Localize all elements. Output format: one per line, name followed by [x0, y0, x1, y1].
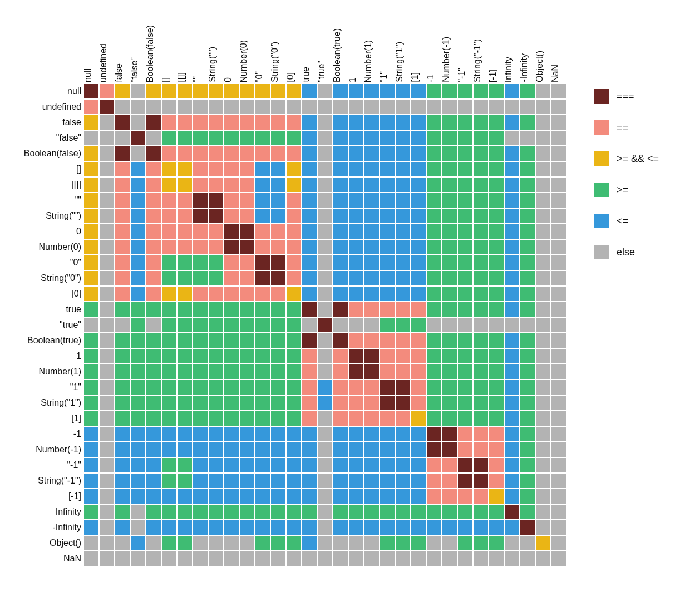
heatmap-cell	[364, 146, 379, 161]
heatmap-cell	[458, 489, 472, 504]
heatmap-cell	[131, 396, 145, 410]
heatmap-cell	[520, 271, 535, 285]
heatmap-cell	[193, 505, 208, 519]
heatmap-cell	[209, 364, 223, 379]
heatmap-cell	[224, 271, 239, 285]
heatmap-cell	[302, 255, 317, 270]
heatmap-cell	[302, 115, 317, 130]
heatmap-cell	[302, 271, 317, 285]
heatmap-cell	[442, 396, 457, 410]
heatmap-cell	[131, 427, 145, 441]
heatmap-cell	[411, 302, 426, 317]
heatmap-cell	[84, 100, 98, 114]
heatmap-cell	[380, 193, 395, 208]
heatmap-cell	[146, 442, 161, 457]
heatmap-cell	[162, 146, 176, 161]
heatmap-cell	[318, 411, 332, 426]
heatmap-cell	[489, 162, 504, 176]
heatmap-cell	[318, 427, 332, 441]
heatmap-cell	[536, 427, 550, 441]
legend-item: <=	[594, 214, 659, 228]
heatmap-cell	[178, 380, 192, 395]
heatmap-cell	[255, 100, 270, 114]
heatmap-cell	[178, 131, 192, 145]
heatmap-cell	[505, 224, 519, 239]
heatmap-cell	[349, 380, 363, 395]
heatmap-cell	[146, 302, 161, 317]
heatmap-cell	[240, 240, 254, 254]
heatmap-cell	[333, 131, 348, 145]
heatmap-cell	[146, 333, 161, 348]
heatmap-cell	[84, 333, 98, 348]
heatmap-cell	[224, 474, 239, 488]
heatmap-cell	[396, 162, 410, 176]
heatmap-cell	[536, 287, 550, 301]
heatmap-cell	[178, 209, 192, 223]
heatmap-cell	[474, 318, 488, 332]
heatmap-cell	[240, 115, 254, 130]
heatmap-cell	[520, 396, 535, 410]
row-label: NaN	[11, 551, 83, 566]
heatmap-cell	[411, 162, 426, 176]
heatmap-cell	[489, 84, 504, 98]
heatmap-cell	[396, 224, 410, 239]
heatmap-cell	[271, 442, 285, 457]
heatmap-cell	[442, 209, 457, 223]
heatmap-cell	[396, 411, 410, 426]
heatmap-cell	[349, 442, 363, 457]
heatmap-cell	[349, 333, 363, 348]
heatmap-row: [1]	[83, 411, 566, 426]
heatmap-cell	[115, 520, 130, 535]
heatmap-cell	[193, 178, 208, 192]
heatmap-cell	[333, 162, 348, 176]
heatmap-cell	[162, 115, 176, 130]
heatmap-cell	[520, 287, 535, 301]
heatmap-cell	[427, 520, 441, 535]
heatmap-cell	[146, 271, 161, 285]
heatmap-cell	[224, 115, 239, 130]
col-label: []	[161, 77, 177, 82]
heatmap-cell	[411, 536, 426, 550]
heatmap-cell	[131, 209, 145, 223]
heatmap-cell	[520, 318, 535, 332]
heatmap-cell	[551, 178, 566, 192]
heatmap-cell	[271, 131, 285, 145]
heatmap-cell	[364, 271, 379, 285]
heatmap-cell	[84, 193, 98, 208]
heatmap-cell	[396, 193, 410, 208]
heatmap-cell	[193, 427, 208, 441]
heatmap-cell	[271, 146, 285, 161]
heatmap-cell	[146, 255, 161, 270]
heatmap-cell	[349, 255, 363, 270]
heatmap-cell	[209, 411, 223, 426]
heatmap-cell	[115, 364, 130, 379]
heatmap-cell	[84, 396, 98, 410]
heatmap-cell	[411, 442, 426, 457]
heatmap-cell	[333, 364, 348, 379]
legend-label: ===	[617, 91, 634, 102]
heatmap-cell	[536, 271, 550, 285]
heatmap-cell	[100, 131, 114, 145]
heatmap-cell	[396, 474, 410, 488]
heatmap-cell	[224, 100, 239, 114]
heatmap-cell	[100, 442, 114, 457]
heatmap-cell	[364, 505, 379, 519]
heatmap-cell	[100, 349, 114, 363]
heatmap-cell	[489, 536, 504, 550]
heatmap-cell	[489, 349, 504, 363]
heatmap-cell	[427, 178, 441, 192]
heatmap-cell	[100, 193, 114, 208]
row-label: "true"	[11, 317, 83, 333]
heatmap-cell	[458, 333, 472, 348]
heatmap-cell	[209, 458, 223, 472]
heatmap-cell	[302, 427, 317, 441]
heatmap-cell	[115, 302, 130, 317]
heatmap-cell	[411, 427, 426, 441]
heatmap-cell	[505, 302, 519, 317]
heatmap-row: []	[83, 161, 566, 177]
heatmap-cell	[505, 411, 519, 426]
heatmap-cell	[287, 364, 301, 379]
heatmap-cell	[224, 489, 239, 504]
col-label: "0"	[255, 71, 270, 82]
heatmap-cell	[442, 474, 457, 488]
